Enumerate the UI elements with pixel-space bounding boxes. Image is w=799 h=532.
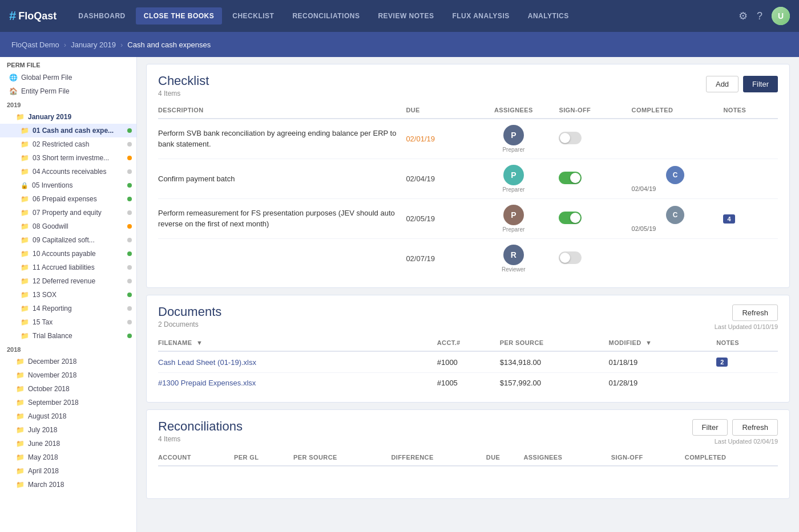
doc2-filename: #1300 Prepaid Expenses.xlsx xyxy=(158,373,437,393)
sidebar-item-11[interactable]: 📁 11 Accrued liabilities xyxy=(0,261,136,274)
documents-tbody: Cash Lead Sheet (01-19).xlsx #1000 $134,… xyxy=(158,351,778,393)
nav-analytics[interactable]: ANALYTICS xyxy=(520,7,577,25)
item-09-label: 09 Capitalized soft... xyxy=(33,236,95,244)
folder-icon-12: 📁 xyxy=(21,277,29,285)
sidebar-jan-2019[interactable]: 📁 January 2019 xyxy=(0,110,136,124)
row3-note-badge[interactable]: 4 xyxy=(723,214,735,224)
sidebar-dec-2018[interactable]: 📁 December 2018 xyxy=(0,355,136,368)
folder-icon-jun18: 📁 xyxy=(16,440,25,448)
sidebar-item-02[interactable]: 📁 02 Restricted cash xyxy=(0,137,136,151)
jul-2018-label: July 2018 xyxy=(28,426,57,434)
help-icon[interactable]: ? xyxy=(757,10,762,22)
doc1-link[interactable]: Cash Lead Sheet (01-19).xlsx xyxy=(158,358,256,367)
sidebar-item-06[interactable]: 📁 06 Prepaid expenses xyxy=(0,192,136,206)
row1-completed xyxy=(632,119,724,159)
row1-avatar: P xyxy=(503,125,524,145)
nav-close-books[interactable]: CLOSE THE BOOKS xyxy=(136,7,223,25)
item-14-label: 14 Reporting xyxy=(33,304,72,312)
doc2-acct: #1005 xyxy=(437,373,500,393)
sidebar-item-07[interactable]: 📁 07 Property and equity xyxy=(0,206,136,220)
breadcrumb-period[interactable]: January 2019 xyxy=(71,40,116,49)
doc1-filename: Cash Lead Sheet (01-19).xlsx xyxy=(158,351,437,373)
sidebar-may-2018[interactable]: 📁 May 2018 xyxy=(0,450,136,464)
row3-toggle[interactable] xyxy=(559,212,582,224)
row2-completed-date: 02/04/19 xyxy=(632,185,719,192)
folder-icon-15: 📁 xyxy=(21,318,29,326)
sidebar-item-01[interactable]: 📁 01 Cash and cash expe... xyxy=(0,124,136,137)
sidebar-aug-2018[interactable]: 📁 August 2018 xyxy=(0,409,136,423)
row2-toggle[interactable] xyxy=(559,172,582,184)
doc2-notes xyxy=(716,373,778,393)
row2-assignee: P Preparer xyxy=(473,159,559,199)
doc1-notes: 2 xyxy=(716,351,778,373)
row4-avatar: R xyxy=(503,245,524,265)
doc1-note-badge[interactable]: 2 xyxy=(716,358,728,367)
dot-09 xyxy=(127,238,132,242)
documents-refresh-button[interactable]: Refresh xyxy=(732,304,778,321)
sort-icon-filename[interactable]: ▼ xyxy=(196,339,203,346)
row4-toggle[interactable] xyxy=(559,251,582,264)
sidebar-item-entity-perm[interactable]: 🏠 Entity Perm File xyxy=(0,84,136,98)
lock-icon-05: 🔒 xyxy=(21,182,29,189)
col-completed: COMPLETED xyxy=(632,102,724,119)
row1-toggle[interactable] xyxy=(559,132,582,144)
col-assignees: ASSIGNEES xyxy=(473,102,559,119)
sidebar-item-08[interactable]: 📁 08 Goodwill xyxy=(0,220,136,233)
nav-dashboard[interactable]: DASHBOARD xyxy=(70,7,134,25)
sidebar-item-10[interactable]: 📁 10 Accounts payable xyxy=(0,247,136,261)
nav-flux-analysis[interactable]: FLUX ANALYSIS xyxy=(444,7,517,25)
sidebar-item-03[interactable]: 📁 03 Short term investme... xyxy=(0,151,136,165)
sidebar-jul-2018[interactable]: 📁 July 2018 xyxy=(0,423,136,437)
reconciliations-refresh-button[interactable]: Refresh xyxy=(732,419,778,436)
nav-review-notes[interactable]: REVIEW NOTES xyxy=(370,7,442,25)
sidebar-item-trial-balance[interactable]: 📁 Trial Balance xyxy=(0,329,136,343)
col-notes: NOTES xyxy=(723,102,778,119)
nav-right: ⚙ ? U xyxy=(739,7,790,25)
sidebar-sep-2018[interactable]: 📁 September 2018 xyxy=(0,396,136,409)
dot-08 xyxy=(127,224,132,229)
sep-2018-label: September 2018 xyxy=(28,399,79,407)
sidebar-oct-2018[interactable]: 📁 October 2018 xyxy=(0,382,136,396)
user-avatar[interactable]: U xyxy=(772,7,790,25)
recon-col-per-gl: PER GL xyxy=(234,449,293,466)
sidebar-item-14[interactable]: 📁 14 Reporting xyxy=(0,302,136,315)
sidebar-item-12[interactable]: 📁 12 Deferred revenue xyxy=(0,274,136,288)
sidebar-jun-2018[interactable]: 📁 June 2018 xyxy=(0,437,136,450)
folder-icon-10: 📁 xyxy=(21,250,29,258)
nav-checklist[interactable]: CHECKLIST xyxy=(224,7,282,25)
sidebar-item-15[interactable]: 📁 15 Tax xyxy=(0,315,136,329)
sidebar-item-13[interactable]: 📁 13 SOX xyxy=(0,288,136,302)
recon-empty-state xyxy=(158,466,778,489)
breadcrumb-company[interactable]: FloQast Demo xyxy=(11,40,59,49)
row3-assignee-label: Preparer xyxy=(473,226,554,233)
doc-col-acct: ACCT.# xyxy=(437,335,500,351)
sidebar-mar-2018[interactable]: 📁 March 2018 xyxy=(0,478,136,492)
checklist-filter-button[interactable]: Filter xyxy=(743,76,778,92)
documents-table: FILENAME ▼ ACCT.# PER SOURCE MODIFIED ▼ … xyxy=(158,335,778,393)
logo[interactable]: # FloQast xyxy=(9,9,57,23)
trial-balance-label: Trial Balance xyxy=(33,332,72,340)
breadcrumb: FloQast Demo › January 2019 › Cash and c… xyxy=(0,32,799,57)
item-07-label: 07 Property and equity xyxy=(33,209,102,217)
row2-notes xyxy=(723,159,778,199)
checklist-add-button[interactable]: Add xyxy=(706,76,739,92)
reconciliations-filter-button[interactable]: Filter xyxy=(692,419,728,436)
checklist-header: Checklist 4 Items Add Filter xyxy=(147,64,789,102)
sort-icon-modified[interactable]: ▼ xyxy=(645,339,652,346)
row4-due-date: 02/07/19 xyxy=(406,254,435,263)
sidebar-item-04[interactable]: 📁 04 Accounts receivables xyxy=(0,165,136,178)
documents-table-wrap: FILENAME ▼ ACCT.# PER SOURCE MODIFIED ▼ … xyxy=(147,335,789,402)
col-description: DESCRIPTION xyxy=(158,102,406,119)
doc1-modified: 01/18/19 xyxy=(609,351,717,373)
row2-due-date: 02/04/19 xyxy=(406,174,435,183)
row1-description: Perform SVB bank reconciliation by agree… xyxy=(158,119,406,159)
sidebar-item-09[interactable]: 📁 09 Capitalized soft... xyxy=(0,233,136,247)
sidebar-item-global-perm[interactable]: 🌐 Global Perm File xyxy=(0,71,136,84)
settings-icon[interactable]: ⚙ xyxy=(739,10,748,22)
doc2-link[interactable]: #1300 Prepaid Expenses.xlsx xyxy=(158,379,256,387)
nav-reconciliations[interactable]: RECONCILIATIONS xyxy=(284,7,368,25)
row4-completed xyxy=(632,239,724,279)
sidebar-item-05[interactable]: 🔒 05 Inventions xyxy=(0,178,136,192)
sidebar-apr-2018[interactable]: 📁 April 2018 xyxy=(0,464,136,478)
sidebar-nov-2018[interactable]: 📁 November 2018 xyxy=(0,368,136,382)
